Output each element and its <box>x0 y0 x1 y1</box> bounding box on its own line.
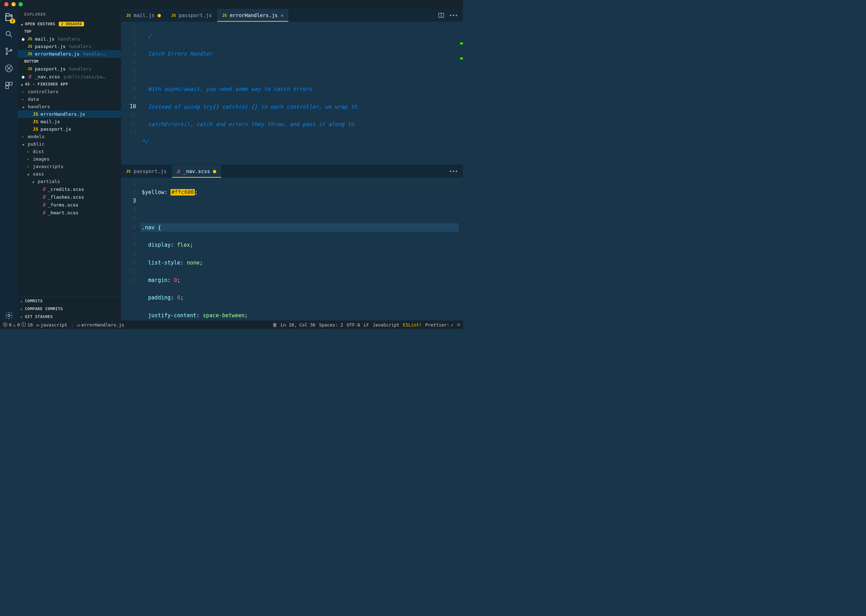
code-area-bottom[interactable]: 123456789101112 $yellow: #ffc600; .nav {… <box>121 178 463 321</box>
file-item[interactable]: JSmail.js <box>18 118 121 125</box>
open-editors-group-label: BOTTOM <box>18 58 121 65</box>
folder-item[interactable]: ▸models <box>18 133 121 140</box>
status-eslint[interactable]: ESLint! <box>403 322 422 328</box>
item-label: _heart.scss <box>48 210 79 215</box>
file-path: handler… <box>83 51 105 57</box>
open-editors-header[interactable]: ◢ OPEN EDITORS 2 UNSAVED <box>18 20 121 28</box>
collapsed-panel-header[interactable]: ▸GIT STASHES <box>18 313 121 321</box>
folder-item[interactable]: ◢sass <box>18 170 121 178</box>
js-file-icon: JS <box>222 13 227 18</box>
open-editor-item[interactable]: ●JSmail.jshandlers <box>18 35 121 43</box>
line-number: 1 <box>121 179 136 188</box>
editor-tab[interactable]: 𝓢_nav.scss● <box>172 165 222 178</box>
editor-tab[interactable]: JSerrorHandlers.js✕ <box>217 9 289 22</box>
project-header[interactable]: ◢ 45 - FINISHED APP <box>18 80 121 88</box>
close-window-button[interactable] <box>4 2 9 6</box>
editor-tab[interactable]: JSmail.js● <box>121 9 166 22</box>
dirty-indicator: ● <box>213 168 217 174</box>
file-path: handlers <box>58 36 80 42</box>
file-item[interactable]: 𝓢_flashes.scss <box>18 193 121 201</box>
folder-item[interactable]: ▸data <box>18 96 121 103</box>
chevron-down-icon: ◢ <box>22 142 26 146</box>
maximize-window-button[interactable] <box>19 2 23 6</box>
gutter: 12345678910111213 <box>121 22 140 165</box>
explorer-icon[interactable]: 2 <box>4 12 14 22</box>
open-editor-item[interactable]: JSerrorHandlers.jshandler… <box>18 50 121 58</box>
file-item[interactable]: JSerrorHandlers.js <box>18 110 121 118</box>
folder-item[interactable]: ▸controllers <box>18 88 121 96</box>
warning-icon: ⚠ <box>13 322 16 328</box>
svg-point-2 <box>6 53 8 55</box>
chevron-right-icon: ▸ <box>22 97 26 101</box>
trash-icon: 🗑 <box>272 322 277 328</box>
folder-item[interactable]: ▸dist <box>18 148 121 155</box>
info-icon: ⓘ <box>21 322 26 328</box>
source-control-icon[interactable] <box>4 46 14 56</box>
settings-gear-icon[interactable] <box>4 311 14 321</box>
line-number: 11 <box>121 111 136 120</box>
code-area-top[interactable]: 12345678910111213 / Catch Errors Handler… <box>121 22 463 165</box>
tab-label: mail.js <box>134 13 154 18</box>
status-feedback-icon[interactable]: ☺ <box>457 322 460 328</box>
status-prettier[interactable]: Prettier: ✓ <box>425 322 453 328</box>
file-item[interactable]: 𝓢_heart.scss <box>18 209 121 217</box>
status-problems[interactable]: ⓧ0 ⚠0 ⓘ10 <box>3 322 33 328</box>
extensions-icon[interactable] <box>4 80 14 90</box>
minimap[interactable] <box>459 22 463 165</box>
folder-item[interactable]: ◢partials <box>18 178 121 185</box>
folder-item[interactable]: ◢public <box>18 140 121 148</box>
more-actions-icon[interactable]: ••• <box>449 13 458 18</box>
folder-item[interactable]: ◢handlers <box>18 103 121 110</box>
status-cursor-position[interactable]: Ln 10, Col 36 <box>281 322 316 328</box>
open-editor-item[interactable]: JSpassport.jshandlers <box>18 43 121 50</box>
collapsed-panel-header[interactable]: ▸COMMITS <box>18 297 121 305</box>
status-indent[interactable]: Spaces: 2 <box>319 322 343 328</box>
close-tab-icon[interactable]: ✕ <box>281 13 283 18</box>
collapsed-panel-header[interactable]: ▸COMPARE COMMITS <box>18 305 121 313</box>
code-content[interactable]: $yellow: #ffc600; .nav { display: flex; … <box>140 178 459 321</box>
svg-point-1 <box>6 48 8 49</box>
js-file-icon: JS <box>171 13 176 18</box>
folder-item[interactable]: ▸javascripts <box>18 163 121 170</box>
file-item[interactable]: 𝓢_credits.scss <box>18 185 121 193</box>
chevron-down-icon: ◢ <box>20 22 23 26</box>
minimize-window-button[interactable] <box>11 2 16 6</box>
svg-rect-7 <box>6 86 9 89</box>
dirty-indicator: ● <box>21 74 25 79</box>
tab-label: passport.js <box>134 168 167 174</box>
line-number: 7 <box>121 232 136 241</box>
main-area: 2 EXPLORER ◢ OPEN EDITORS <box>0 9 463 321</box>
search-icon[interactable] <box>4 29 14 39</box>
code-content[interactable]: / Catch Errors Handler With async/await,… <box>140 22 459 165</box>
status-eol[interactable]: LF <box>363 322 369 328</box>
item-label: models <box>28 134 44 139</box>
minimap[interactable] <box>459 178 463 321</box>
open-editor-item[interactable]: JSpassport.jshandlers <box>18 65 121 73</box>
line-number: 11 <box>121 267 136 276</box>
debug-icon[interactable] <box>4 63 14 73</box>
status-language-scope[interactable]: ▭ javascript <box>36 322 67 328</box>
folder-item[interactable]: ▸images <box>18 155 121 163</box>
scss-file-icon: 𝓢 <box>43 186 46 192</box>
line-number: 12 <box>121 276 136 285</box>
status-encoding[interactable]: UTF-8 <box>347 322 360 328</box>
line-number: 2 <box>121 32 136 41</box>
editor-tab[interactable]: JSpassport.js <box>166 9 217 22</box>
file-item[interactable]: 𝓢_forms.scss <box>18 201 121 209</box>
status-filename[interactable]: ▭ errorHandlers.js <box>77 322 124 328</box>
chevron-down-icon: ◢ <box>20 83 23 86</box>
editor-area: JSmail.js●JSpassport.jsJSerrorHandlers.j… <box>121 9 463 321</box>
scss-file-icon: 𝓢 <box>177 168 180 174</box>
titlebar[interactable] <box>0 0 463 9</box>
scss-file-icon: 𝓢 <box>43 194 46 200</box>
item-label: _credits.scss <box>48 187 84 192</box>
status-trash-icon[interactable]: 🗑 <box>272 322 277 328</box>
more-actions-icon[interactable]: ••• <box>449 168 458 174</box>
open-editor-item[interactable]: ●𝓢_nav.scsspublic/sass/pa… <box>18 73 121 80</box>
window-controls <box>4 2 23 6</box>
file-item[interactable]: JSpassport.js <box>18 125 121 133</box>
status-language-mode[interactable]: JavaScript <box>372 322 399 328</box>
split-editor-icon[interactable] <box>439 13 444 18</box>
line-number: 9 <box>121 250 136 259</box>
editor-tab[interactable]: JSpassport.js <box>121 165 172 178</box>
